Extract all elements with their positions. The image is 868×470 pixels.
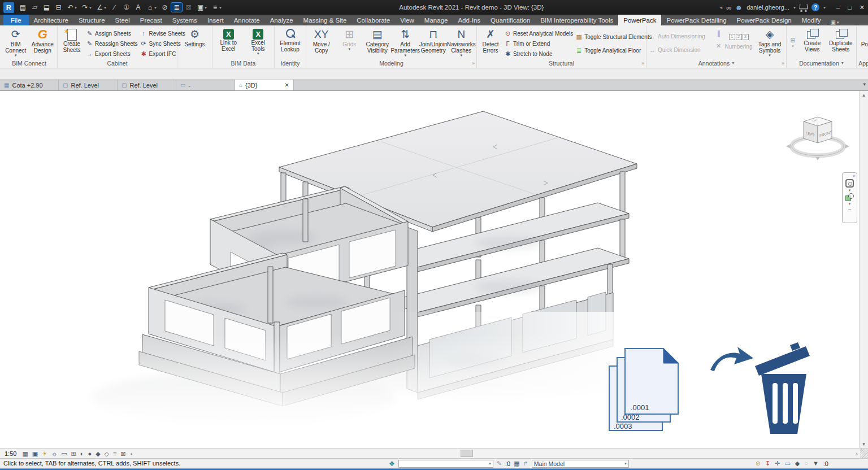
- scroll-left-icon[interactable]: ‹: [131, 450, 133, 457]
- collapse-infocenter-icon[interactable]: ◂: [720, 5, 723, 10]
- numbering-button[interactable]: 123 Numbering: [723, 27, 754, 58]
- scroll-right-icon[interactable]: ›: [853, 450, 860, 457]
- advance-design-button[interactable]: G AdvanceDesign: [29, 27, 57, 58]
- close-inactive-windows-icon[interactable]: ⊠▾: [183, 3, 194, 12]
- properties-icon[interactable]: ▤▾: [18, 3, 28, 12]
- selection-disabled-icon[interactable]: ○: [804, 460, 808, 467]
- view-tab[interactable]: ▢Ref. Level✕: [118, 80, 176, 90]
- shadows-icon[interactable]: ☼: [51, 450, 57, 458]
- select-underlay-icon[interactable]: ▭: [784, 460, 790, 467]
- modeling-button[interactable]: ⇅AddParameters▾: [392, 27, 420, 58]
- properties-collapse-icon[interactable]: ▾: [863, 81, 866, 87]
- scroll-down-icon[interactable]: ▾: [862, 441, 865, 447]
- navbar-collapse-icon[interactable]: –: [848, 207, 851, 211]
- ribbon-tab[interactable]: Systems: [167, 15, 202, 25]
- horizontal-scrollbar[interactable]: [137, 449, 853, 458]
- show-crop-icon[interactable]: ⊞: [71, 450, 76, 458]
- panel-flyout-icon[interactable]: »: [641, 60, 644, 66]
- switch-windows-icon[interactable]: ▣▾: [195, 3, 209, 12]
- link-to-excel-button[interactable]: X Link toExcel: [214, 27, 244, 58]
- remove-constraints-icon[interactable]: ✕: [716, 42, 721, 50]
- minimize-button[interactable]: –: [836, 4, 840, 11]
- zoom-icon[interactable]: [845, 193, 854, 201]
- ribbon-tab[interactable]: Collaborate: [351, 15, 395, 25]
- horizontal-scroll-thumb[interactable]: [461, 450, 473, 457]
- relinquish-icon[interactable]: ↱: [523, 460, 528, 467]
- cabinet-small-button[interactable]: ✎Reassign Sheets: [85, 38, 139, 49]
- ribbon-tab[interactable]: Precast: [135, 15, 167, 25]
- wheel-menu-caret-icon[interactable]: ▾: [849, 189, 851, 192]
- app-store-cart-icon[interactable]: [800, 4, 808, 9]
- annotation-small-button[interactable]: ↔Quick Dimension: [648, 45, 714, 55]
- view-cube[interactable]: UP LEFT FRONT: [786, 117, 849, 160]
- search-icon[interactable]: ∞: [726, 3, 731, 12]
- duplicate-sheets-button[interactable]: DuplicateSheets: [827, 27, 856, 58]
- close-view-tab-icon[interactable]: ✕: [285, 82, 289, 88]
- element-lookup-button[interactable]: ElementLookup: [276, 27, 305, 58]
- detect-errors-button[interactable]: ✗ DetectErrors: [478, 27, 503, 59]
- user-menu-caret-icon[interactable]: ▾: [793, 5, 796, 10]
- ribbon-tab[interactable]: PowerPack: [618, 15, 661, 25]
- revit-logo-icon[interactable]: R: [3, 2, 14, 13]
- ribbon-tab[interactable]: Manage: [419, 15, 453, 25]
- structural-toggle-button[interactable]: ≣Toggle Analytical Floor: [574, 45, 653, 55]
- settings-button[interactable]: ⚙ Settings: [179, 27, 211, 58]
- aligned-dimension-icon[interactable]: ∕▾: [109, 3, 120, 12]
- open-icon[interactable]: ▱▾: [29, 3, 40, 12]
- structural-toggle-button[interactable]: ▦Toggle Structural Elements: [574, 32, 653, 42]
- thin-lines-icon[interactable]: ≣▾: [171, 3, 182, 12]
- panel-flyout-icon[interactable]: »: [472, 60, 475, 66]
- ribbon-tab[interactable]: Quantification: [485, 15, 535, 25]
- scroll-up-icon[interactable]: ▴: [862, 92, 865, 98]
- view-scale[interactable]: 1:50: [5, 450, 16, 457]
- ribbon-tab[interactable]: Analyze: [265, 15, 298, 25]
- detail-level-icon[interactable]: ▦: [22, 450, 28, 458]
- modeling-button[interactable]: ⊞Grids▾: [336, 27, 364, 58]
- ribbon-tab[interactable]: Modify: [797, 15, 826, 25]
- maximize-button[interactable]: □: [848, 4, 852, 11]
- customize-qat-icon[interactable]: ≡▾: [210, 3, 223, 12]
- close-button[interactable]: ✕: [860, 4, 865, 11]
- bim-connect-button[interactable]: ⟳ BIMConnect▾: [2, 27, 29, 58]
- help-menu-caret-icon[interactable]: ▾: [823, 5, 826, 10]
- structural-small-button[interactable]: ✱Stretch to Node: [503, 49, 574, 59]
- view-tab[interactable]: ▦Cota +2.90✕: [0, 80, 59, 90]
- structural-small-button[interactable]: ΓTrim or Extend: [503, 38, 574, 49]
- ribbon-tab[interactable]: Steel: [110, 15, 135, 25]
- view-tab[interactable]: ⌂{3D}✕: [235, 80, 294, 90]
- section-icon[interactable]: ⊘▾: [159, 3, 170, 12]
- modify-panel-switch-icon[interactable]: ▣▾: [831, 19, 839, 25]
- excel-tools-button[interactable]: X ExcelTools▾: [244, 27, 274, 58]
- ribbon-tab[interactable]: PowerPack Detailing: [661, 15, 731, 25]
- vertical-scrollbar[interactable]: ▴ ▾: [859, 91, 868, 448]
- ribbon-tab[interactable]: View: [395, 15, 419, 25]
- worksharing-display-icon[interactable]: ⊠: [121, 450, 126, 458]
- reveal-hidden-icon[interactable]: ●: [88, 450, 92, 458]
- save-icon[interactable]: ⬓▾: [41, 3, 52, 12]
- ribbon-tab[interactable]: Massing & Site: [298, 15, 352, 25]
- text-icon[interactable]: A▾: [133, 3, 144, 12]
- editing-requests-icon[interactable]: ✎: [497, 460, 502, 467]
- measure-icon[interactable]: ∠▾: [94, 3, 108, 12]
- cabinet-small-button[interactable]: ✎Assign Sheets: [85, 28, 139, 38]
- worksharing-table-icon[interactable]: ▦: [514, 460, 519, 467]
- reveal-constraints-icon[interactable]: ≡: [113, 450, 116, 458]
- sun-path-icon[interactable]: ☀: [42, 450, 47, 458]
- schedule-views-icon[interactable]: ⊞▾: [788, 27, 798, 58]
- temporary-hide-icon[interactable]: ◐: [80, 450, 84, 458]
- ribbon-tab[interactable]: PowerPack Design: [732, 15, 797, 25]
- dimension-style-icon[interactable]: ∥: [717, 29, 721, 37]
- modeling-button[interactable]: XYMove /Copy▾: [307, 27, 336, 58]
- modeling-button[interactable]: NNavisworksClashes▾: [448, 27, 476, 58]
- select-faces-icon[interactable]: ◆: [795, 460, 800, 467]
- drag-on-selection-icon[interactable]: ✛: [775, 460, 780, 467]
- temporary-view-properties-icon[interactable]: ◆: [96, 450, 100, 458]
- ribbon-tab[interactable]: Add-Ins: [453, 15, 485, 25]
- visual-style-icon[interactable]: ▣: [32, 450, 38, 458]
- structural-small-button[interactable]: ⊙Reset Analytical Models: [503, 28, 574, 38]
- zoom-menu-caret-icon[interactable]: ▾: [849, 202, 851, 206]
- redo-icon[interactable]: ↷▾: [80, 3, 93, 12]
- view-tab[interactable]: ▭-✕: [176, 80, 235, 90]
- close-navbar-icon[interactable]: ✕: [852, 174, 856, 178]
- ribbon-tab[interactable]: File: [3, 15, 29, 25]
